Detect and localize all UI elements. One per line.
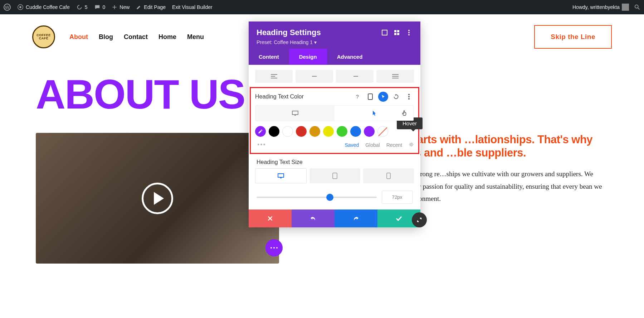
- default-state-button[interactable]: [255, 106, 335, 121]
- svg-point-3: [19, 6, 21, 8]
- device-tablet-button[interactable]: [309, 168, 360, 183]
- more-swatches-icon[interactable]: •••: [255, 141, 266, 149]
- svg-rect-17: [292, 111, 298, 115]
- heading-text-color-label: Heading Text Color: [255, 93, 304, 100]
- cta-button[interactable]: Skip the Line: [534, 25, 612, 49]
- expand-icon[interactable]: [381, 29, 388, 36]
- tab-advanced[interactable]: Advanced: [327, 49, 373, 65]
- edit-page[interactable]: Edit Page: [136, 4, 166, 10]
- site-name[interactable]: Cuddle Coffee Cafe: [17, 4, 70, 10]
- nav-home[interactable]: Home: [158, 33, 176, 41]
- redo-button[interactable]: [335, 209, 377, 227]
- swatch-tab-global[interactable]: Global: [365, 142, 380, 148]
- tab-content[interactable]: Content: [249, 49, 289, 65]
- module-options-fab[interactable]: [265, 239, 283, 256]
- svg-point-16: [408, 98, 410, 100]
- exit-visual-builder[interactable]: Exit Visual Builder: [172, 4, 213, 10]
- align-right-icon: [352, 74, 358, 78]
- svg-rect-19: [278, 174, 284, 177]
- comments[interactable]: 0: [94, 4, 106, 10]
- swatch-blue[interactable]: [350, 126, 361, 137]
- updates[interactable]: 5: [76, 4, 88, 10]
- swatch-black[interactable]: [269, 126, 279, 137]
- device-phone-button[interactable]: [363, 168, 414, 183]
- grid-icon[interactable]: [393, 29, 400, 36]
- heading-settings-panel[interactable]: Heading Settings Preset: Coffee Heading …: [249, 21, 420, 227]
- text-align-row: [255, 70, 414, 83]
- redo-icon: [352, 215, 360, 222]
- swatch-tabs: ••• Saved Global Recent: [255, 141, 414, 149]
- resize-icon: [416, 217, 423, 223]
- site-logo[interactable]: COFFEE CAFE: [32, 25, 55, 48]
- swatch-settings-icon[interactable]: [409, 142, 414, 148]
- swatch-purple[interactable]: [364, 126, 375, 137]
- color-section-highlighted: Heading Text Color ? Hover: [250, 87, 419, 154]
- svg-rect-8: [394, 33, 396, 35]
- new-content[interactable]: New: [112, 4, 130, 10]
- align-justify-button[interactable]: [376, 70, 414, 83]
- tab-design[interactable]: Design: [289, 49, 327, 65]
- svg-rect-5: [382, 30, 387, 35]
- avatar: [622, 4, 629, 11]
- swatch-orange[interactable]: [309, 126, 320, 137]
- swatch-white[interactable]: [282, 126, 293, 137]
- panel-resize-handle[interactable]: [412, 212, 427, 227]
- size-slider[interactable]: [257, 197, 377, 198]
- nav-about[interactable]: About: [69, 33, 88, 41]
- panel-header[interactable]: Heading Settings Preset: Coffee Heading …: [249, 21, 420, 49]
- reset-icon[interactable]: [391, 92, 401, 102]
- svg-point-18: [410, 144, 412, 145]
- size-input[interactable]: [382, 191, 413, 204]
- undo-button[interactable]: [292, 209, 335, 227]
- align-left-button[interactable]: [255, 70, 293, 83]
- responsive-device-row: [255, 168, 414, 183]
- svg-rect-21: [387, 173, 390, 179]
- swatch-red[interactable]: [296, 126, 307, 137]
- wp-admin-bar: W Cuddle Coffee Cafe 5 0 New Edit Page E…: [0, 0, 644, 14]
- desktop-icon: [292, 110, 299, 116]
- undo-icon: [309, 215, 317, 222]
- device-desktop-button[interactable]: [255, 168, 307, 183]
- wp-logo[interactable]: W: [4, 4, 11, 11]
- align-right-button[interactable]: [336, 70, 374, 83]
- svg-point-12: [408, 34, 410, 35]
- align-left-icon: [271, 74, 277, 78]
- phone-icon[interactable]: [365, 92, 375, 102]
- align-center-button[interactable]: [296, 70, 333, 83]
- swatch-green[interactable]: [337, 126, 347, 137]
- desktop-icon: [277, 173, 284, 179]
- nav-contact[interactable]: Contact: [124, 33, 148, 41]
- close-icon: [267, 215, 273, 222]
- check-icon: [395, 216, 402, 221]
- svg-rect-7: [397, 30, 399, 32]
- panel-title: Heading Settings: [257, 28, 376, 37]
- kebab-icon[interactable]: [405, 29, 413, 36]
- swatch-yellow[interactable]: [323, 126, 334, 137]
- nav-menu[interactable]: Menu: [187, 33, 204, 41]
- panel-footer: [249, 209, 420, 227]
- help-icon[interactable]: ?: [352, 92, 362, 102]
- hover-state-button[interactable]: [335, 106, 414, 121]
- svg-rect-20: [333, 173, 337, 179]
- cancel-button[interactable]: [249, 209, 292, 227]
- option-kebab-icon[interactable]: [404, 92, 414, 102]
- nav-blog[interactable]: Blog: [99, 33, 113, 41]
- preset-selector[interactable]: Preset: Coffee Heading 1 ▾: [257, 39, 413, 45]
- svg-rect-13: [368, 94, 372, 100]
- play-icon[interactable]: [142, 183, 173, 214]
- cursor-pointer-icon: [372, 110, 377, 116]
- panel-tabs: Content Design Advanced: [249, 49, 420, 65]
- hand-cursor-icon: [401, 110, 408, 116]
- svg-point-11: [408, 32, 410, 33]
- svg-point-10: [408, 30, 410, 31]
- svg-point-4: [635, 5, 638, 8]
- swatch-transparent[interactable]: [377, 126, 388, 137]
- howdy-user[interactable]: Howdy, writtenbyekta: [572, 4, 629, 11]
- cursor-icon[interactable]: [378, 92, 388, 102]
- swatch-tab-saved[interactable]: Saved: [345, 142, 359, 148]
- color-swatches: [255, 126, 414, 137]
- video-module[interactable]: [36, 133, 279, 264]
- search-icon[interactable]: [634, 4, 640, 10]
- color-picker-button[interactable]: [255, 126, 266, 137]
- swatch-tab-recent[interactable]: Recent: [386, 142, 402, 148]
